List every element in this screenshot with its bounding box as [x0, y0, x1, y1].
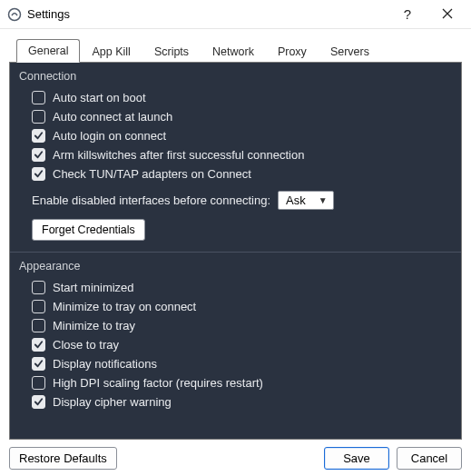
group-title-connection: Connection — [19, 68, 452, 88]
tab-app-kill[interactable]: App Kill — [80, 40, 142, 63]
enable-interfaces-label: Enable disabled interfaces before connec… — [32, 193, 270, 207]
connection-item-checkbox[interactable] — [32, 148, 45, 162]
appearance-item-checkbox[interactable] — [32, 300, 45, 313]
cancel-button[interactable]: Cancel — [397, 447, 462, 470]
connection-item-label: Check TUN/TAP adapters on Connect — [53, 167, 251, 181]
appearance-item-label: Display notifications — [53, 357, 157, 371]
appearance-item-label: Start minimized — [53, 281, 134, 294]
connection-item-label: Auto connect at launch — [53, 110, 172, 124]
group-appearance: Appearance Start minimizedMinimize to tr… — [10, 253, 461, 421]
enable-interfaces-select[interactable]: Ask ▼ — [278, 191, 334, 210]
connection-item-label: Auto login on connect — [53, 129, 166, 143]
connection-item-label: Auto start on boot — [53, 91, 146, 104]
appearance-item-checkbox[interactable] — [32, 376, 45, 390]
connection-item-checkbox[interactable] — [32, 167, 45, 181]
connection-item-checkbox[interactable] — [32, 129, 45, 143]
restore-defaults-button[interactable]: Restore Defaults — [9, 447, 117, 470]
footer: Restore Defaults Save Cancel — [0, 440, 471, 476]
connection-item-label: Arm killswitches after first successful … — [53, 148, 304, 162]
appearance-item-row: Close to tray — [19, 335, 452, 354]
appearance-item-label: Minimize to tray — [53, 319, 135, 332]
appearance-item-checkbox[interactable] — [32, 357, 45, 371]
tab-proxy[interactable]: Proxy — [266, 40, 319, 63]
connection-item-row: Check TUN/TAP adapters on Connect — [19, 164, 452, 183]
appearance-item-row: High DPI scaling factor (requires restar… — [19, 373, 452, 392]
tab-network[interactable]: Network — [201, 40, 266, 63]
appearance-item-checkbox[interactable] — [32, 319, 45, 332]
save-button[interactable]: Save — [324, 447, 389, 470]
connection-item-row: Arm killswitches after first successful … — [19, 145, 452, 164]
connection-item-row: Auto start on boot — [19, 88, 452, 107]
group-title-appearance: Appearance — [19, 258, 452, 278]
connection-item-checkbox[interactable] — [32, 110, 45, 124]
help-icon: ? — [404, 6, 411, 22]
forget-credentials-button[interactable]: Forget Credentials — [32, 219, 145, 241]
tab-servers[interactable]: Servers — [319, 40, 381, 63]
chevron-down-icon: ▼ — [319, 195, 328, 205]
appearance-item-checkbox[interactable] — [32, 281, 45, 294]
connection-item-checkbox[interactable] — [32, 91, 45, 104]
tab-general[interactable]: General — [16, 39, 80, 63]
appearance-item-checkbox[interactable] — [32, 338, 45, 352]
connection-item-row: Auto connect at launch — [19, 107, 452, 126]
appearance-item-row: Minimize to tray on connect — [19, 297, 452, 316]
settings-panel: Connection Auto start on bootAuto connec… — [9, 63, 462, 440]
appearance-item-row: Display notifications — [19, 354, 452, 373]
window-title: Settings — [27, 7, 70, 21]
appearance-item-row: Display cipher warning — [19, 392, 452, 412]
tabstrip: General App Kill Scripts Network Proxy S… — [9, 38, 462, 63]
appearance-item-label: Close to tray — [53, 338, 119, 352]
svg-point-0 — [9, 8, 21, 20]
connection-item-row: Auto login on connect — [19, 126, 452, 145]
appearance-item-checkbox[interactable] — [32, 395, 45, 409]
tab-scripts[interactable]: Scripts — [142, 40, 201, 63]
enable-interfaces-value: Ask — [286, 193, 306, 207]
appearance-item-label: Display cipher warning — [53, 395, 172, 409]
group-connection: Connection Auto start on bootAuto connec… — [10, 63, 461, 250]
appearance-item-label: High DPI scaling factor (requires restar… — [53, 376, 263, 390]
titlebar: Settings ? — [0, 0, 471, 29]
appearance-item-label: Minimize to tray on connect — [53, 300, 196, 313]
help-button[interactable]: ? — [388, 0, 427, 29]
close-icon — [442, 6, 453, 22]
appearance-item-row: Start minimized — [19, 278, 452, 297]
close-button[interactable] — [427, 0, 467, 29]
appearance-item-row: Minimize to tray — [19, 316, 452, 335]
app-icon — [7, 7, 22, 22]
